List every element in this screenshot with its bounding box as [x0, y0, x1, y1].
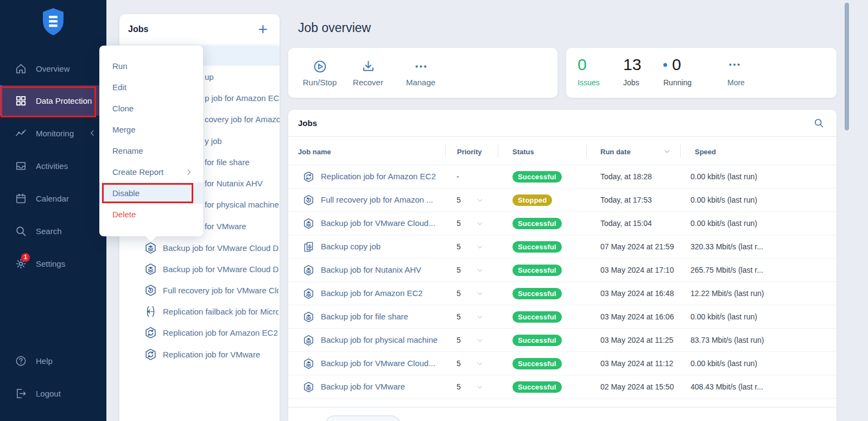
column-separator — [445, 144, 446, 158]
menu-item-delete[interactable]: Delete — [99, 204, 203, 225]
priority-dropdown-chevron[interactable] — [476, 220, 484, 228]
job-list-item-partial[interactable]: p job for Amazon EC2 — [205, 93, 280, 103]
stat-running[interactable]: 0Running — [663, 55, 692, 87]
job-list-item[interactable]: Replication failback job for Microso — [144, 305, 278, 318]
table-row[interactable]: Backup job for Nutanix AHV5Successful03 … — [288, 259, 837, 282]
sidebar-item-monitoring[interactable]: Monitoring — [0, 120, 106, 146]
job-name[interactable]: Backup job for physical machine — [321, 335, 438, 344]
run-date: 03 May 2024 at 11:25 — [600, 336, 673, 344]
column-header-run-date[interactable]: Run date — [600, 148, 631, 156]
toolbar-button-label: Manage — [406, 78, 435, 87]
sidebar-item-settings[interactable]: 1Settings — [0, 250, 106, 277]
toolbar-button-label: Recover — [353, 78, 383, 87]
job-name[interactable]: Backup job for VMware Cloud... — [321, 218, 435, 228]
stat-issues[interactable]: 0Issues — [578, 55, 599, 87]
menu-item-clone[interactable]: Clone — [99, 98, 203, 119]
sidebar-item-logout[interactable]: Logout — [0, 380, 106, 406]
speed-value: 265.75 Mbit/s (last r... — [690, 266, 763, 274]
sidebar-item-search[interactable]: Search — [0, 218, 106, 244]
job-list-item-partial[interactable]: covery job for Amazon E — [205, 115, 280, 124]
priority-dropdown-chevron[interactable] — [476, 337, 484, 344]
jobs-panel-title: Jobs — [128, 24, 148, 34]
job-list-item[interactable]: Full recovery job for VMware Cloud — [144, 284, 278, 297]
job-list-item-partial[interactable]: for file share — [205, 158, 250, 167]
job-list-item-partial[interactable]: for physical machine — [205, 200, 279, 209]
menu-item-merge[interactable]: Merge — [99, 119, 203, 140]
job-name[interactable]: Full recovery job for Amazon ... — [321, 195, 433, 204]
menu-item-label: Delete — [112, 210, 136, 219]
job-list-item-partial[interactable]: for Nutanix AHV — [205, 179, 263, 188]
table-row[interactable]: Backup job for VMware5Successful02 May 2… — [288, 375, 837, 399]
sidebar-item-activities[interactable]: Activities — [0, 153, 106, 179]
table-row[interactable]: Backup job for VMware Cloud...5Successfu… — [288, 212, 837, 235]
priority-value: 5 — [457, 382, 467, 391]
menu-item-edit[interactable]: Edit — [99, 77, 203, 98]
add-job-button[interactable]: + — [258, 22, 268, 36]
job-name[interactable]: Backup job for VMware — [321, 382, 405, 391]
priority-dropdown-chevron[interactable] — [476, 290, 484, 298]
replication-icon — [144, 326, 157, 340]
job-list-item-partial[interactable]: for VMware — [205, 222, 246, 231]
sidebar-item-label: Logout — [36, 389, 61, 398]
priority-value: 5 — [457, 266, 467, 274]
speed-value: 0.00 kbit/s (last run) — [690, 312, 757, 321]
column-separator — [586, 144, 587, 158]
sidebar-item-calendar[interactable]: Calendar — [0, 185, 106, 211]
priority-dropdown-chevron[interactable] — [476, 267, 484, 274]
search-icon[interactable] — [813, 117, 825, 129]
menu-item-rename[interactable]: Rename — [99, 140, 203, 161]
column-header-priority[interactable]: Priority — [457, 148, 482, 156]
table-row[interactable]: Backup job for physical machine5Successf… — [288, 329, 837, 352]
table-row[interactable]: Backup job for Amazon EC25Successful03 M… — [288, 282, 837, 305]
table-row[interactable]: Replication job for Amazon EC2-Successfu… — [288, 165, 837, 188]
stat-jobs[interactable]: 13Jobs — [623, 55, 641, 87]
priority-dropdown-chevron[interactable] — [476, 360, 484, 368]
job-list-item-label: Replication job for VMware — [163, 350, 260, 359]
recover-button[interactable]: Recover — [342, 48, 394, 98]
copy-icon — [302, 241, 315, 253]
recovery-icon — [144, 284, 157, 297]
column-header-speed[interactable]: Speed — [695, 148, 716, 156]
recovery-icon — [302, 194, 315, 206]
job-name[interactable]: Replication job for Amazon EC2 — [321, 172, 436, 181]
sidebar-item-help[interactable]: Help — [0, 348, 106, 374]
job-name[interactable]: Backup job for file share — [321, 312, 408, 321]
job-name[interactable]: Backup copy job — [321, 242, 381, 251]
run-date: Today, at 18:28 — [600, 172, 652, 181]
job-list-item[interactable]: Replication job for Amazon EC2 — [144, 326, 278, 340]
priority-dropdown-chevron[interactable] — [476, 313, 484, 321]
table-row[interactable]: Backup job for file share5Successful03 M… — [288, 305, 837, 329]
menu-item-create-report[interactable]: Create Report — [99, 161, 203, 183]
job-list-item-partial[interactable]: y job — [205, 136, 222, 146]
stat-label: Running — [663, 78, 692, 87]
context-menu-pointer — [145, 236, 157, 242]
table-row[interactable]: Backup copy job5Successful07 May 2024 at… — [288, 235, 837, 259]
job-name[interactable]: Backup job for Amazon EC2 — [321, 288, 423, 298]
priority-dropdown-chevron[interactable] — [476, 243, 484, 251]
column-header-job-name[interactable]: Job name — [298, 148, 331, 156]
sidebar-item-data-protection[interactable]: Data Protection — [0, 85, 106, 116]
table-row[interactable]: Full recovery job for Amazon ...5Stopped… — [288, 188, 837, 212]
run-stop-button[interactable]: Run/Stop — [294, 48, 346, 98]
job-list-item[interactable]: Replication job for VMware — [144, 348, 278, 361]
run-date: Today, at 15:04 — [600, 219, 652, 228]
sidebar-item-overview[interactable]: Overview — [0, 55, 106, 81]
priority-dropdown-chevron[interactable] — [476, 384, 484, 391]
stat-more[interactable]: More — [727, 55, 745, 87]
job-list-item[interactable]: Backup job for VMware Cloud Dire — [144, 241, 278, 255]
vertical-scrollbar[interactable] — [845, 3, 849, 130]
job-list-item[interactable]: Backup job for VMware Cloud Dire — [144, 262, 278, 276]
pagination-button[interactable] — [326, 416, 400, 421]
priority-dropdown-chevron[interactable] — [476, 197, 484, 204]
sidebar-item-label: Data Protection — [36, 96, 92, 105]
job-name[interactable]: Backup job for Nutanix AHV — [321, 265, 421, 274]
sort-chevron-icon[interactable] — [663, 148, 671, 155]
column-header-status[interactable]: Status — [512, 148, 534, 156]
job-name[interactable]: Backup job for VMware Cloud... — [321, 359, 435, 368]
menu-item-disable[interactable]: Disable — [99, 183, 203, 204]
menu-item-label: Disable — [112, 188, 140, 198]
job-list-item-partial[interactable]: up — [205, 72, 214, 81]
table-row[interactable]: Backup job for VMware Cloud...5Successfu… — [288, 352, 837, 375]
manage-button[interactable]: Manage — [395, 48, 447, 98]
menu-item-run[interactable]: Run — [99, 55, 203, 77]
